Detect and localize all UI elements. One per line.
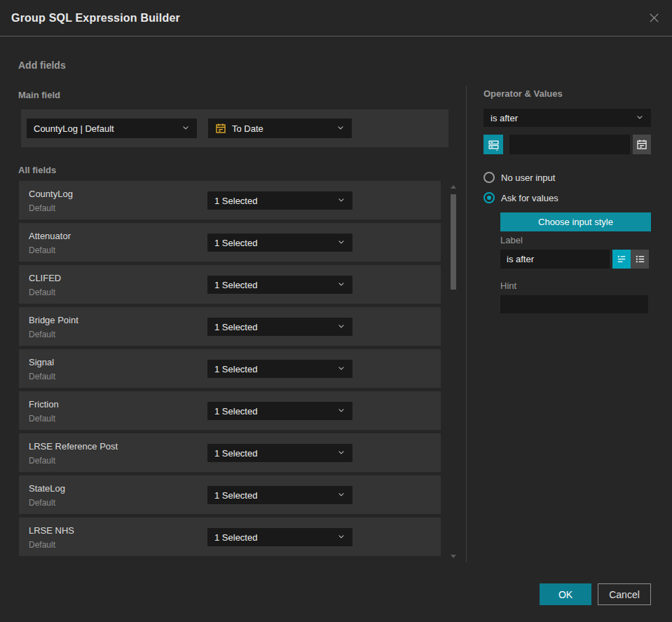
field-selected-dropdown[interactable]: 1 Selected xyxy=(207,318,352,336)
main-field-select-value: CountyLog | Default xyxy=(34,123,177,134)
dialog-title: Group SQL Expression Builder xyxy=(11,12,180,25)
chevron-down-icon xyxy=(337,238,345,248)
field-selected-value: 1 Selected xyxy=(214,196,333,206)
field-selected-value: 1 Selected xyxy=(214,490,333,501)
field-row: LRSE NHS Default 1 Selected xyxy=(19,518,441,556)
chevron-down-icon xyxy=(636,113,644,123)
field-name: Attenuator xyxy=(29,231,71,241)
field-name: LRSE Reference Post xyxy=(29,441,118,452)
date-picker-button[interactable] xyxy=(633,135,651,154)
field-selected-dropdown[interactable]: 1 Selected xyxy=(207,276,352,294)
close-icon[interactable] xyxy=(647,11,661,25)
field-selected-dropdown[interactable]: 1 Selected xyxy=(207,402,352,420)
field-row: Signal Default 1 Selected xyxy=(19,349,441,388)
field-layer: Default xyxy=(29,203,55,213)
field-row: Friction Default 1 Selected xyxy=(19,391,441,430)
field-selected-dropdown[interactable]: 1 Selected xyxy=(207,486,352,504)
field-selected-value: 1 Selected xyxy=(214,364,333,374)
chevron-down-icon xyxy=(337,406,345,417)
field-row: Bridge Point Default 1 Selected xyxy=(19,307,441,346)
field-row: StateLog Default 1 Selected xyxy=(19,475,441,514)
chevron-down-icon xyxy=(181,123,190,134)
main-field-panel: CountyLog | Default To Date xyxy=(21,109,448,147)
group-sql-expression-builder-dialog: Group SQL Expression Builder Add fields … xyxy=(0,0,672,622)
field-name: StateLog xyxy=(29,483,65,494)
field-selected-dropdown[interactable]: 1 Selected xyxy=(207,444,352,462)
radio-ask-for-values[interactable]: Ask for values xyxy=(484,192,558,203)
all-fields-list: CountyLog Default 1 Selected Attenuator … xyxy=(19,181,441,560)
field-layer: Default xyxy=(29,330,55,339)
chevron-down-icon xyxy=(337,280,345,290)
chevron-down-icon xyxy=(336,123,345,134)
calendar-icon xyxy=(215,123,226,134)
field-layer: Default xyxy=(29,414,55,424)
radio-ask-for-values-label: Ask for values xyxy=(501,193,558,203)
list-scrollbar[interactable] xyxy=(451,181,456,560)
field-selected-dropdown[interactable]: 1 Selected xyxy=(207,191,352,210)
label-field-label: Label xyxy=(500,235,523,245)
field-row: Attenuator Default 1 Selected xyxy=(19,223,441,262)
field-row: LRSE Reference Post Default 1 Selected xyxy=(19,433,441,472)
list-style-button[interactable] xyxy=(631,250,649,269)
chevron-down-icon xyxy=(337,196,345,206)
field-selected-value: 1 Selected xyxy=(214,532,333,543)
single-value-style-button[interactable] xyxy=(612,250,631,269)
ok-button[interactable]: OK xyxy=(540,583,591,605)
field-selected-value: 1 Selected xyxy=(214,280,333,290)
radio-checked-icon xyxy=(484,192,495,203)
field-layer: Default xyxy=(29,288,55,297)
scrollbar-thumb[interactable] xyxy=(451,194,456,290)
field-name: Bridge Point xyxy=(29,315,78,325)
field-layer: Default xyxy=(29,498,55,508)
field-layer: Default xyxy=(29,245,55,255)
choose-input-style-button[interactable]: Choose input style xyxy=(500,212,651,231)
scroll-up-icon[interactable] xyxy=(451,185,456,189)
field-selected-value: 1 Selected xyxy=(214,448,333,459)
field-selected-dropdown[interactable]: 1 Selected xyxy=(207,360,352,378)
chevron-down-icon xyxy=(337,448,345,459)
field-selected-value: 1 Selected xyxy=(214,238,333,248)
field-name: LRSE NHS xyxy=(29,525,74,536)
field-selected-dropdown[interactable]: 1 Selected xyxy=(207,528,352,546)
scroll-down-icon[interactable] xyxy=(451,555,456,558)
field-layer: Default xyxy=(29,372,55,381)
field-name: CountyLog xyxy=(29,189,73,199)
operator-select-value: is after xyxy=(491,113,631,123)
field-layer: Default xyxy=(29,456,55,466)
field-selected-value: 1 Selected xyxy=(214,406,333,417)
field-name: Signal xyxy=(29,357,54,367)
chevron-down-icon xyxy=(337,532,345,543)
main-field-select[interactable]: CountyLog | Default xyxy=(27,119,197,138)
field-name: Friction xyxy=(29,399,59,410)
value-row xyxy=(484,135,651,154)
radio-no-user-input-label: No user input xyxy=(501,173,555,183)
chevron-down-icon xyxy=(337,364,345,374)
field-row: CLIFED Default 1 Selected xyxy=(19,265,441,304)
field-layer: Default xyxy=(29,540,55,550)
field-row: CountyLog Default 1 Selected xyxy=(19,181,441,219)
operator-values-heading: Operator & Values xyxy=(484,88,563,99)
add-fields-heading: Add fields xyxy=(18,60,66,71)
chevron-down-icon xyxy=(337,322,345,332)
label-input[interactable] xyxy=(500,250,610,269)
field-name: CLIFED xyxy=(29,273,61,283)
value-input[interactable] xyxy=(509,135,630,154)
input-type-button[interactable] xyxy=(484,135,503,154)
main-field-date-select[interactable]: To Date xyxy=(208,119,352,138)
chevron-down-icon xyxy=(337,490,345,501)
titlebar: Group SQL Expression Builder xyxy=(0,0,672,36)
operator-select[interactable]: is after xyxy=(484,109,651,127)
main-field-date-value: To Date xyxy=(232,123,327,134)
panel-divider xyxy=(466,86,467,562)
field-selected-dropdown[interactable]: 1 Selected xyxy=(207,234,352,252)
radio-unchecked-icon xyxy=(484,172,495,183)
main-field-heading: Main field xyxy=(18,90,60,100)
field-selected-value: 1 Selected xyxy=(214,322,333,332)
radio-no-user-input[interactable]: No user input xyxy=(484,172,555,183)
hint-input[interactable] xyxy=(500,295,648,313)
all-fields-heading: All fields xyxy=(18,165,56,175)
cancel-button[interactable]: Cancel xyxy=(598,583,651,605)
hint-field-label: Hint xyxy=(500,280,516,291)
